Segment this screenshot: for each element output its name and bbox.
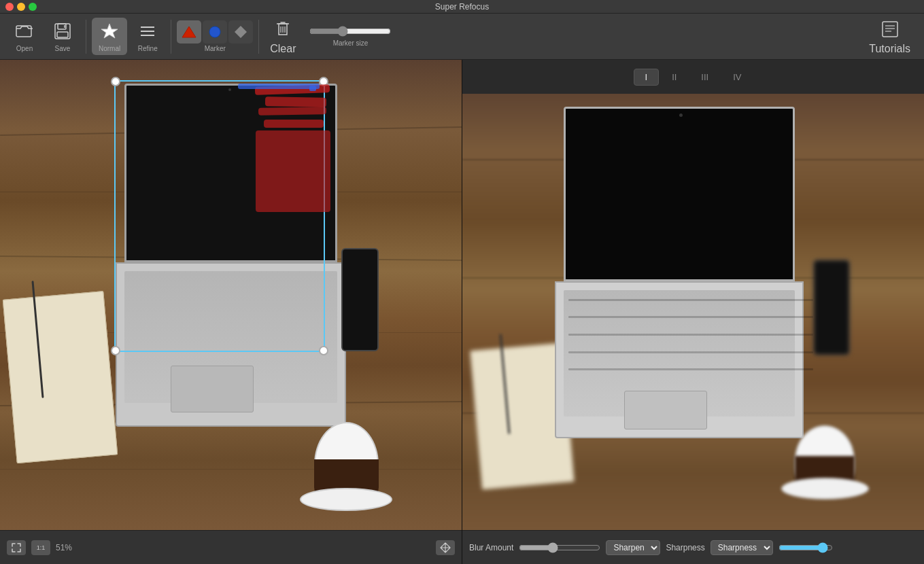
open-label: Open [16,45,33,52]
blur-amount-label: Blur Amount [469,543,513,552]
normal-icon [99,20,120,42]
clear-button[interactable]: Clear [264,16,301,58]
svg-rect-15 [883,22,897,37]
save-label: Save [55,45,71,52]
svg-point-10 [209,27,220,37]
separator-2 [171,20,171,54]
preview-tab-3[interactable]: III [689,69,720,86]
zoom-label: 51% [56,543,72,552]
sharpen-select[interactable]: Sharpen [606,540,660,555]
left-status-bar: 1:1 51% [0,530,462,564]
toolbar: Open Save Normal [0,14,924,60]
blur-amount-slider[interactable] [519,542,600,553]
preview-tab-1[interactable]: I [634,69,660,86]
red-marker-button[interactable] [177,20,201,43]
marker-size-label: Marker size [333,39,369,47]
window-title: Super Refocus [435,2,489,12]
normal-label: Normal [99,45,120,52]
right-status-bar: Blur Amount Sharpen Sharpness Sharpness [462,530,924,564]
fullscreen-button[interactable] [7,540,26,555]
main-content: 1:1 51% I II III IV [0,60,924,564]
erase-marker-button[interactable] [228,20,253,43]
save-button[interactable]: Save [45,18,80,55]
preview-tabs: I II III IV [462,60,924,94]
preview-tab-2[interactable]: II [660,69,688,86]
move-button[interactable] [436,540,455,555]
tutorials-button[interactable]: Tutorials [862,16,917,58]
svg-marker-9 [182,27,196,37]
tutorials-label: Tutorials [869,43,910,55]
separator-1 [86,20,86,54]
normal-button[interactable]: Normal [92,18,127,55]
tutorials-icon [879,18,901,40]
sharpness-type-select[interactable]: Sharpness [711,540,773,555]
refine-button[interactable]: Refine [130,18,165,55]
svg-rect-3 [57,32,68,37]
sharpness-slider[interactable] [778,542,833,553]
clear-icon [272,18,294,40]
traffic-lights [5,3,37,11]
marker-size-slider[interactable] [309,26,391,37]
marker-size-area: Marker size [309,26,391,47]
marker-buttons [177,20,253,43]
refine-icon [137,20,158,42]
separator-3 [258,20,259,54]
right-panel: I II III IV [462,60,924,564]
marker-label: Marker [205,45,226,52]
svg-marker-11 [235,26,247,38]
minimize-button[interactable] [17,3,25,11]
svg-rect-0 [16,26,31,37]
sharpness-label: Sharpness [666,543,704,552]
one-to-one-button[interactable]: 1:1 [31,540,50,555]
title-bar: Super Refocus [0,0,924,14]
maximize-button[interactable] [29,3,37,11]
preview-tab-4[interactable]: IV [721,69,753,86]
left-panel: 1:1 51% [0,60,462,564]
close-button[interactable] [5,3,14,11]
blue-marker-button[interactable] [203,20,227,43]
save-icon [52,20,73,42]
right-image-area[interactable] [462,94,924,530]
marker-group: Marker [177,20,253,52]
open-icon [14,20,35,42]
refine-label: Refine [138,45,158,52]
open-button[interactable]: Open [7,18,42,55]
svg-marker-5 [101,24,118,38]
left-photo [0,60,462,530]
left-image-area[interactable] [0,60,462,530]
clear-label: Clear [270,43,296,55]
one-to-one-label: 1:1 [37,544,46,551]
